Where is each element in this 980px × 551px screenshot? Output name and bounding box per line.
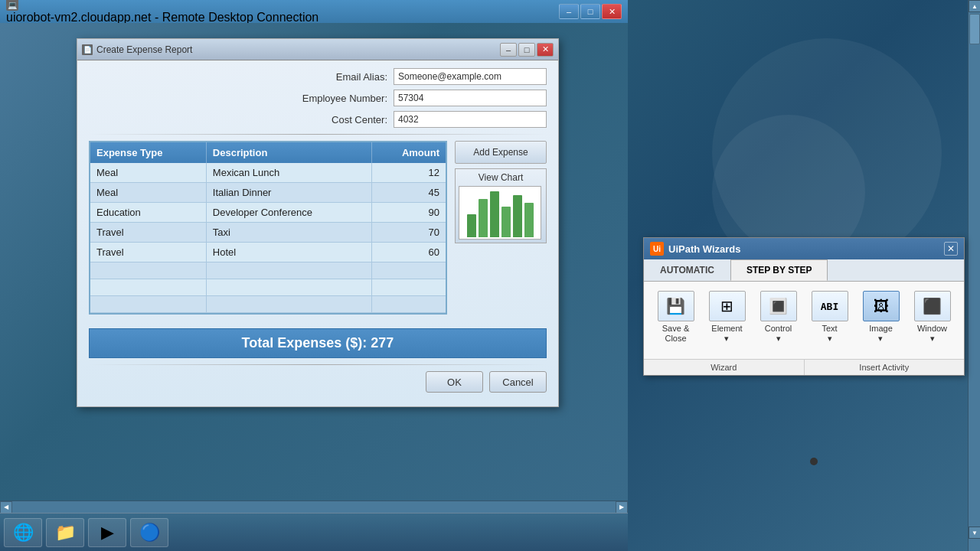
- row-description: Taxi: [206, 223, 371, 243]
- email-alias-label: Email Alias:: [336, 71, 387, 83]
- email-alias-row: Email Alias:: [89, 68, 547, 85]
- uipath-title-left: Ui UiPath Wizards: [650, 242, 741, 256]
- expense-window-controls: – □ ✕: [500, 43, 554, 57]
- taskbar: 🌐 📁 ▶ 🔵: [0, 513, 628, 551]
- expense-maximize-btn[interactable]: □: [518, 43, 535, 57]
- row-amount: 90: [372, 203, 446, 223]
- expense-table: Expense Type Description Amount Meal Mex…: [90, 142, 446, 313]
- uipath-icon-text[interactable]: ABIText▾: [807, 291, 852, 344]
- uipath-icon-label: Control▾: [765, 324, 792, 344]
- cost-center-row: Cost Center:: [89, 111, 547, 128]
- scroll-up-arrow[interactable]: ▲: [969, 0, 980, 12]
- taskbar-item-uipath[interactable]: 🔵: [130, 518, 168, 547]
- table-row: Meal Mexican Lunch 12: [90, 163, 446, 183]
- rd-title-left: 💻 uiorobot-vm2.cloudapp.net - Remote Des…: [6, 0, 318, 24]
- scroll-down-arrow[interactable]: ▼: [969, 527, 980, 539]
- expense-title-left: 📄 Create Expense Report: [82, 44, 192, 55]
- row-description: Developer Conference: [206, 203, 371, 223]
- table-row: Meal Italian Dinner 45: [90, 183, 446, 203]
- uipath-icon-control[interactable]: 🔳Control▾: [756, 291, 801, 344]
- media-icon: ▶: [101, 523, 114, 543]
- total-label: Total Expenses ($):: [242, 335, 368, 350]
- taskbar-item-explorer[interactable]: 📁: [46, 518, 84, 547]
- cost-center-input[interactable]: [394, 111, 547, 128]
- uipath-taskbar-icon: 🔵: [139, 523, 160, 543]
- ie-icon: 🌐: [13, 523, 34, 543]
- bottom-scrollbar[interactable]: ◀ ▶: [0, 500, 628, 513]
- ok-button[interactable]: OK: [426, 371, 483, 393]
- table-header-row: Expense Type Description Amount: [90, 142, 446, 163]
- expense-close-btn[interactable]: ✕: [537, 43, 554, 57]
- uipath-icon-box: 💾: [658, 291, 694, 321]
- tab-step-by-step[interactable]: STEP BY STEP: [730, 259, 828, 281]
- uipath-icon-element[interactable]: ⊞Element▾: [704, 291, 750, 344]
- chart-bar: [479, 199, 488, 237]
- uipath-icons-row: 💾Save &Close⊞Element▾🔳Control▾ABIText▾🖼I…: [653, 291, 955, 344]
- employee-number-row: Employee Number:: [89, 90, 547, 106]
- scroll-left-arrow[interactable]: ◀: [0, 501, 12, 514]
- expense-form-content: Email Alias: Employee Number: Cost Cente…: [77, 60, 558, 406]
- tab-automatic[interactable]: AUTOMATIC: [644, 259, 730, 281]
- expense-window-title: Create Expense Report: [96, 44, 192, 55]
- uipath-footer-insert-activity[interactable]: Insert Activity: [805, 360, 965, 375]
- col-header-amount: Amount: [372, 142, 446, 163]
- chart-area[interactable]: [459, 186, 541, 240]
- expense-report-window: 📄 Create Expense Report – □ ✕ Email Alia…: [77, 38, 559, 407]
- form-divider-bottom: [89, 364, 547, 365]
- rd-maximize-btn[interactable]: □: [580, 4, 600, 19]
- explorer-icon: 📁: [55, 523, 76, 543]
- cancel-button[interactable]: Cancel: [489, 371, 547, 393]
- scroll-right-arrow[interactable]: ▶: [616, 501, 628, 514]
- dialog-buttons: OK Cancel: [89, 371, 547, 399]
- row-type: Meal: [90, 183, 206, 203]
- expense-minimize-btn[interactable]: –: [500, 43, 517, 57]
- total-expenses-bar: Total Expenses ($): 277: [89, 328, 547, 358]
- add-expense-button[interactable]: Add Expense: [455, 141, 547, 164]
- cost-center-label: Cost Center:: [332, 114, 387, 126]
- rd-close-btn[interactable]: ✕: [602, 4, 622, 19]
- uipath-title-text: UiPath Wizards: [668, 243, 741, 255]
- table-row-empty: [90, 262, 446, 279]
- uipath-icon-save-&-close[interactable]: 💾Save &Close: [653, 291, 698, 344]
- employee-number-input[interactable]: [394, 90, 547, 106]
- row-type: Meal: [90, 163, 206, 183]
- uipath-icon-image[interactable]: 🖼Image▾: [858, 291, 903, 344]
- rd-content-area: 📄 Create Expense Report – □ ✕ Email Alia…: [0, 23, 628, 513]
- employee-number-label: Employee Number:: [302, 93, 387, 104]
- remote-desktop-titlebar: 💻 uiorobot-vm2.cloudapp.net - Remote Des…: [0, 0, 628, 23]
- uipath-icon-box: ⊞: [709, 291, 746, 321]
- uipath-icon-label: Save &Close: [662, 324, 689, 344]
- uipath-logo: Ui: [650, 242, 664, 256]
- rd-minimize-btn[interactable]: –: [559, 4, 579, 19]
- uipath-body: 💾Save &Close⊞Element▾🔳Control▾ABIText▾🖼I…: [644, 282, 964, 359]
- chart-bar: [524, 203, 534, 237]
- chart-bar: [513, 195, 522, 237]
- row-type: Travel: [90, 223, 206, 243]
- expense-window-icon: 📄: [82, 44, 93, 55]
- uipath-tabs: AUTOMATIC STEP BY STEP: [644, 259, 964, 282]
- uipath-footer-wizard[interactable]: Wizard: [644, 360, 805, 375]
- row-amount: 12: [372, 163, 446, 183]
- email-alias-input[interactable]: [394, 68, 547, 85]
- uipath-icon-label: Element▾: [711, 324, 742, 344]
- uipath-icon-window[interactable]: ⬛Window▾: [910, 291, 955, 344]
- scroll-thumb[interactable]: [969, 14, 980, 44]
- expense-titlebar: 📄 Create Expense Report – □ ✕: [77, 39, 558, 60]
- uipath-icon-label: Text▾: [822, 324, 837, 344]
- uipath-close-btn[interactable]: ✕: [944, 242, 958, 256]
- right-scrollbar[interactable]: ▲ ▼: [968, 0, 980, 551]
- table-row-empty: [90, 279, 446, 296]
- total-value: 277: [371, 335, 394, 350]
- uipath-wizards-panel: Ui UiPath Wizards ✕ AUTOMATIC STEP BY ST…: [643, 237, 965, 376]
- table-row: Education Developer Conference 90: [90, 203, 446, 223]
- chart-box: View Chart: [455, 168, 547, 243]
- row-amount: 45: [372, 183, 446, 203]
- form-fields-section: Email Alias: Employee Number: Cost Cente…: [89, 68, 547, 128]
- taskbar-item-media[interactable]: ▶: [88, 518, 126, 547]
- row-description: Italian Dinner: [206, 183, 371, 203]
- row-description: Mexican Lunch: [206, 163, 371, 183]
- chart-bar: [467, 214, 476, 237]
- table-row-empty: [90, 296, 446, 313]
- taskbar-item-ie[interactable]: 🌐: [4, 518, 42, 547]
- row-description: Hotel: [206, 243, 371, 262]
